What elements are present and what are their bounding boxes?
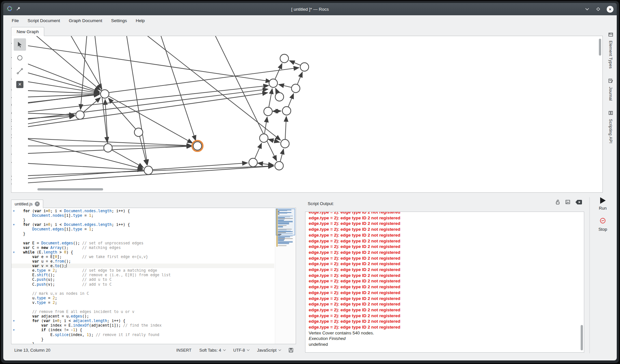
editor-scrollbar-minimap[interactable] (275, 208, 296, 344)
code-line[interactable]: } (11, 337, 274, 342)
graph-edge[interactable] (273, 111, 281, 111)
graph-canvas-panel[interactable]: ✕ (11, 36, 603, 193)
code-line[interactable]: var index = E.indexOf(adjacent[i]); // f… (11, 323, 274, 328)
stop-button[interactable]: Stop (599, 227, 607, 232)
code-editor[interactable]: ▼for (var i=0; i < Document.nodes.length… (11, 208, 296, 344)
graph-node[interactable] (275, 93, 284, 101)
stop-icon[interactable] (599, 217, 606, 226)
graph-node[interactable] (76, 111, 84, 119)
tab-new-graph[interactable]: New Graph (11, 27, 44, 36)
code-line[interactable]: u.type = 2; (11, 296, 274, 300)
minimap-viewport[interactable] (276, 209, 295, 235)
input-mode[interactable]: INSERT (176, 348, 192, 353)
dock-tab-journal[interactable]: Journal (608, 78, 613, 101)
pin-icon[interactable] (16, 6, 21, 12)
language-dropdown[interactable]: JavaScript (257, 348, 281, 353)
graph-node[interactable] (300, 63, 309, 71)
graph-edge[interactable] (290, 61, 300, 65)
tab-close-icon[interactable]: ✕ (35, 202, 40, 206)
delete-tool[interactable]: ✕ (14, 78, 26, 91)
graph-node[interactable] (249, 158, 257, 167)
graph-edge[interactable] (279, 84, 291, 87)
graph-edge[interactable] (269, 89, 272, 107)
maximize-icon[interactable] (596, 6, 601, 12)
graph-edge[interactable] (159, 36, 196, 141)
graph-node[interactable] (260, 134, 268, 142)
code-line[interactable]: var u = e.from(); (11, 259, 274, 264)
graph-node[interactable] (134, 128, 143, 136)
graph-edge[interactable] (11, 162, 143, 170)
code-line[interactable]: var C = new Array(); // matching edges (11, 245, 274, 250)
graph-edge[interactable] (68, 36, 102, 89)
code-line[interactable]: ▼while (E.length > 0) { (11, 250, 274, 254)
graph-node[interactable] (281, 139, 289, 148)
menu-file[interactable]: File (12, 18, 19, 23)
graph-edge[interactable] (268, 139, 280, 142)
graph-whiteboard[interactable] (11, 36, 602, 192)
code-line[interactable]: ▼ for (var i=0; i < adjacent.length; i++… (11, 318, 274, 323)
select-move-tool[interactable] (14, 38, 26, 51)
code-line[interactable] (11, 236, 274, 241)
graph-edge[interactable] (288, 94, 293, 107)
code-line[interactable]: C.push(u); // add u to C (11, 277, 274, 282)
graph-edge[interactable] (285, 116, 286, 139)
graph-edge[interactable] (109, 96, 193, 143)
graph-edge[interactable] (31, 36, 101, 90)
menu-script-document[interactable]: Script Document (28, 18, 60, 23)
graph-edge[interactable] (142, 36, 281, 140)
graph-node[interactable] (282, 107, 291, 115)
graph-node[interactable] (275, 162, 283, 170)
minimize-icon[interactable] (585, 6, 590, 12)
output-scrollbar[interactable] (581, 325, 583, 350)
graph-node[interactable] (104, 144, 112, 152)
save-icon[interactable] (289, 348, 293, 353)
close-icon[interactable]: × (607, 6, 613, 13)
menu-settings[interactable]: Settings (111, 18, 127, 23)
titlebar[interactable]: [ untitled ]* — Rocs × (3, 3, 617, 15)
code-line[interactable]: ▼ if (index != -1) { (11, 328, 274, 332)
run-button[interactable]: Run (599, 206, 607, 211)
code-line[interactable]: var e = E[0]; // we take first edge e={u… (11, 254, 274, 259)
graph-node[interactable] (193, 142, 202, 150)
menu-help[interactable]: Help (136, 18, 145, 23)
menu-graph-document[interactable]: Graph Document (69, 18, 102, 23)
lock-icon[interactable] (555, 199, 560, 205)
code-line[interactable]: var v = e.to(); (11, 264, 274, 268)
code-line[interactable]: E.shift(); // remove e (i.e., E[0]) from… (11, 273, 274, 277)
graph-edge[interactable] (11, 43, 271, 82)
graph-edge[interactable] (275, 64, 282, 79)
clear-output-icon[interactable] (575, 200, 582, 205)
graph-edge[interactable] (297, 72, 302, 84)
graph-node[interactable] (291, 84, 300, 93)
graph-vertical-scrollbar[interactable] (599, 39, 601, 56)
code-line[interactable] (11, 305, 274, 309)
graph-node[interactable] (269, 79, 277, 87)
graph-edge[interactable] (255, 143, 262, 159)
code-line[interactable]: } (11, 218, 274, 222)
export-icon[interactable] (565, 199, 571, 205)
graph-edge[interactable] (94, 36, 107, 142)
graph-edge[interactable] (280, 149, 284, 161)
code-line[interactable]: } (11, 342, 274, 344)
code-line[interactable]: // remove from E all edges incident to u… (11, 309, 274, 314)
script-output-area[interactable]: edge.type = 2): edge type ID 2 not regis… (305, 212, 584, 353)
graph-edge[interactable] (264, 117, 267, 134)
code-lines[interactable]: ▼for (var i=0; i < Document.nodes.length… (11, 209, 274, 344)
dock-tab-scripting-api[interactable]: Scripting API (608, 110, 613, 143)
code-line[interactable]: C.push(v); // add v to C (11, 282, 274, 287)
code-line[interactable]: ▼for (var i=0; i < Document.edges.length… (11, 222, 274, 227)
code-line[interactable]: var E = Document.edges(); // set of unpr… (11, 241, 274, 245)
run-icon[interactable] (600, 197, 606, 204)
code-line[interactable]: e.type = 2; // set edge to be a matching… (11, 268, 274, 273)
code-line[interactable]: } (11, 231, 274, 236)
code-line[interactable]: var adjacent = u.edges(); (11, 314, 274, 318)
code-line[interactable]: // mark u,v as nodes in C (11, 291, 274, 296)
code-line[interactable]: Document.edges[i].type = 1; (11, 227, 274, 231)
code-line[interactable] (11, 287, 274, 291)
graph-node[interactable] (280, 54, 289, 63)
code-line[interactable]: ▼for (var i=0; i < Document.nodes.length… (11, 209, 274, 213)
graph-edge[interactable] (258, 163, 274, 165)
graph-node[interactable] (101, 90, 109, 98)
encoding-dropdown[interactable]: UTF-8 (233, 348, 249, 353)
code-line[interactable]: E.splice(index, 1); // remove it if real… (11, 332, 274, 337)
